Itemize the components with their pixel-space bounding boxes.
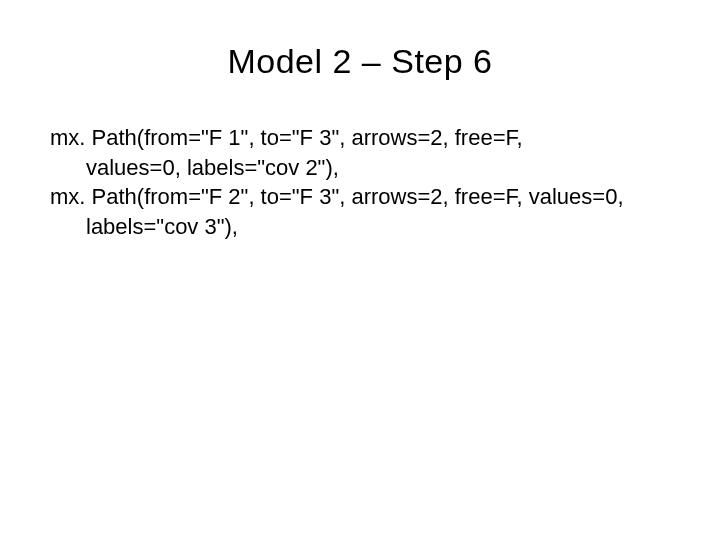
code-line-2: values=0, labels="cov 2"), bbox=[50, 153, 670, 183]
slide-container: Model 2 – Step 6 mx. Path(from="F 1", to… bbox=[0, 0, 720, 540]
code-line-4: labels="cov 3"), bbox=[50, 212, 670, 242]
code-line-1: mx. Path(from="F 1", to="F 3", arrows=2,… bbox=[50, 123, 670, 153]
slide-title: Model 2 – Step 6 bbox=[50, 42, 670, 81]
slide-content: mx. Path(from="F 1", to="F 3", arrows=2,… bbox=[50, 123, 670, 242]
code-line-3: mx. Path(from="F 2", to="F 3", arrows=2,… bbox=[50, 182, 670, 212]
